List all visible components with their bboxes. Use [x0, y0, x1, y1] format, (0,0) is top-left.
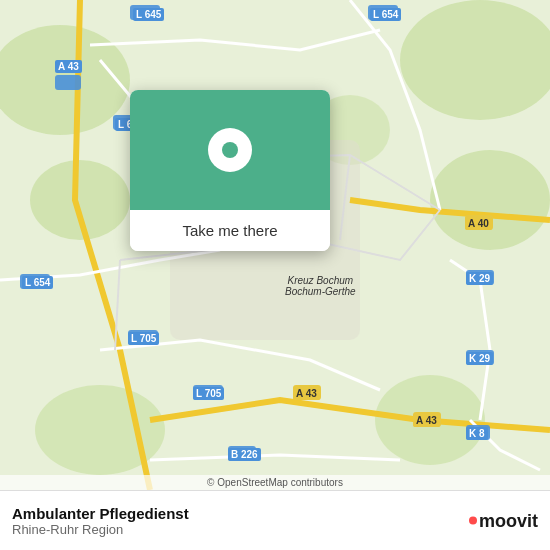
- road-label-k29-top: K 29: [466, 272, 493, 285]
- road-label-l654-top: L 654: [370, 8, 401, 21]
- road-label-a43-right: A 43: [413, 414, 440, 427]
- take-me-there-button[interactable]: Take me there: [130, 210, 330, 251]
- location-pin: [208, 128, 252, 172]
- road-label-l645-top: L 645: [133, 8, 164, 21]
- road-label-a43-mid: A 43: [293, 387, 320, 400]
- pin-center: [222, 142, 238, 158]
- popup-card: Take me there: [130, 90, 330, 251]
- road-label-a43-top: A 43: [55, 60, 82, 73]
- road-label-l654-left: L 654: [22, 276, 53, 289]
- moovit-text: moovit: [479, 510, 538, 531]
- junction-label: Kreuz BochumBochum-Gerthe: [285, 275, 356, 297]
- bottom-bar: Ambulanter Pflegedienst Rhine-Ruhr Regio…: [0, 490, 550, 550]
- road-label-k8: K 8: [466, 427, 488, 440]
- place-region: Rhine-Ruhr Region: [12, 522, 538, 537]
- place-name: Ambulanter Pflegedienst: [12, 505, 538, 522]
- moovit-dot-red: [469, 517, 477, 525]
- svg-point-4: [30, 160, 130, 240]
- map-container: L 645 L 654 L 645 A 43 L 654 L 705 L 705…: [0, 0, 550, 490]
- svg-rect-9: [55, 75, 81, 90]
- road-label-k29-bottom: K 29: [466, 352, 493, 365]
- road-label-a40: A 40: [465, 217, 492, 230]
- moovit-logo: moovit: [469, 510, 538, 531]
- popup-map-area: [130, 90, 330, 210]
- osm-attribution: © OpenStreetMap contributors: [0, 475, 550, 490]
- road-label-b226: B 226: [228, 448, 261, 461]
- road-label-l705-left: L 705: [128, 332, 159, 345]
- road-label-l705-right: L 705: [193, 387, 224, 400]
- svg-point-3: [430, 150, 550, 250]
